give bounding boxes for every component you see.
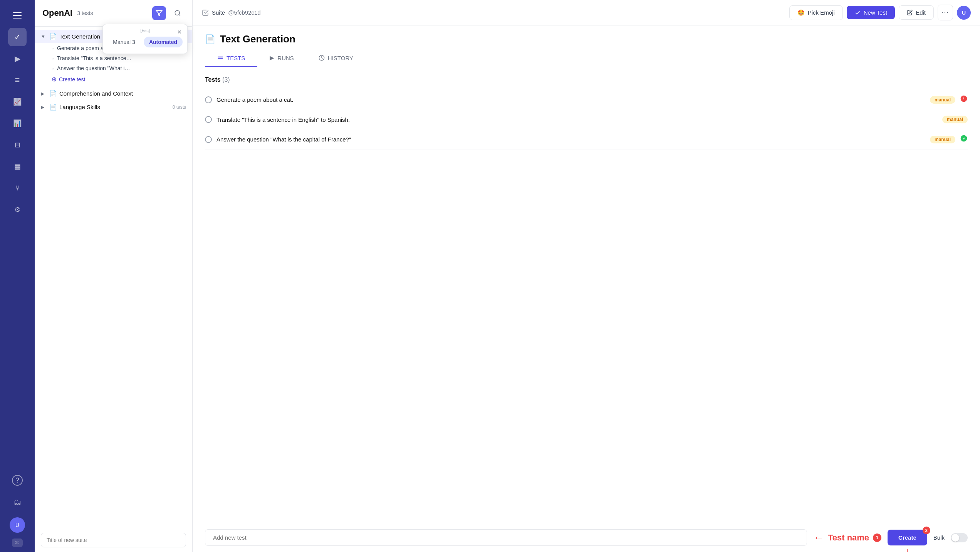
nav-check-item[interactable]: ✓ [8,28,27,46]
list-item[interactable]: ○ Answer the question "What i… [47,63,192,73]
main-content: Suite @5fcb92c1d 🤩 Pick Emoji New Test E… [193,0,980,552]
test-dot-icon: ○ [52,46,54,50]
pass-icon [960,135,968,142]
nav-terminal-item[interactable]: ⊟ [8,136,27,154]
topbar: Suite @5fcb92c1d 🤩 Pick Emoji New Test E… [193,0,980,25]
suite-item-language-skills: ▶ 📄 Language Skills 0 tests [35,100,192,114]
chevron-right-icon: ▶ [41,91,47,96]
test-name-annotation-label: Test name [828,533,869,543]
document-icon: 📄 [49,90,57,97]
create-test-link[interactable]: ⊕ Create test [47,73,192,85]
create-button-wrapper: Create 2 [888,530,927,545]
new-test-label: New Test [864,9,887,16]
emoji-icon: 🤩 [797,9,805,16]
filter-tab-manual[interactable]: Manual 3 [107,37,141,47]
svg-marker-0 [156,10,162,16]
tab-tests-label: TESTS [227,55,245,61]
suite-name-comprehension: Comprehension and Context [59,90,186,97]
test-name-label: Answer the question "What i… [57,65,130,71]
tests-section: Tests (3) Generate a poem about a cat. m… [193,67,980,523]
suite-header-comprehension[interactable]: ▶ 📄 Comprehension and Context [35,87,192,100]
filter-icon [156,10,163,17]
nav-play-item[interactable]: ▶ [8,49,27,68]
arrow-left-icon: ← [813,532,824,544]
svg-rect-2 [218,57,223,57]
nav-steps-item[interactable]: 📈 [8,93,27,111]
edit-button[interactable]: Edit [899,5,934,20]
search-icon [174,10,181,17]
document-icon: 📄 [49,33,57,40]
suite-text: Suite [212,9,225,16]
nav-chart-item[interactable]: ▦ [8,157,27,176]
sidebar: OpenAI 3 tests ✕ [Esc] Manual 3 Automate… [35,0,193,552]
nav-branch-item[interactable]: ⑂ [8,179,27,197]
shortcut-icon: ⌘ [12,539,23,547]
search-button[interactable] [171,6,185,20]
test-name-label: Translate "This is a sentence… [57,55,132,61]
more-actions-button[interactable]: ··· [938,5,953,20]
plus-circle-icon: ⊕ [52,76,57,83]
keyboard-shortcut-btn[interactable]: ⌘ [12,539,23,546]
table-row[interactable]: Translate "This is a sentence in English… [205,110,968,129]
nav-avatar[interactable]: U [10,517,25,533]
create-button-label: Create [898,534,916,541]
steps-icon: 📈 [13,98,22,106]
tab-history-label: HISTORY [328,55,353,61]
arrow-up-line [907,549,908,552]
nav-menu-button[interactable] [8,6,27,25]
filter-button[interactable] [152,6,166,20]
nav-list-item[interactable]: ≡ [8,71,27,89]
test-radio-1 [205,96,212,103]
filter-close-button[interactable]: ✕ [175,27,184,37]
tests-heading-label: Tests [205,76,221,83]
test-radio-2 [205,116,212,123]
suite-item-comprehension: ▶ 📄 Comprehension and Context [35,87,192,100]
suite-header-language-skills[interactable]: ▶ 📄 Language Skills 0 tests [35,100,192,114]
hamburger-icon [13,12,22,19]
content-area: 📄 Text Generation TESTS ▶ RUNS HISTORY [193,25,980,552]
bulk-toggle[interactable] [951,533,968,542]
topbar-actions: 🤩 Pick Emoji New Test Edit ··· U [789,5,971,20]
app-title: OpenAI [42,8,72,18]
pick-emoji-button[interactable]: 🤩 Pick Emoji [789,5,843,20]
nav-help-item[interactable]: ? [8,471,27,490]
add-test-input[interactable] [205,529,807,546]
user-avatar[interactable]: U [957,6,971,20]
folder-icon: 🗂 [13,498,21,507]
history-icon [319,55,325,61]
test-status-3 [960,135,968,144]
nav-folder-item[interactable]: 🗂 [8,493,27,511]
check-icon: ✓ [14,32,21,42]
table-row[interactable]: Answer the question "What is the capital… [205,129,968,150]
nav-rail: ✓ ▶ ≡ 📈 📊 ⊟ ▦ ⑂ ⚙ ? 🗂 U ⌘ [0,0,35,552]
content-doc-icon: 📄 [205,34,215,44]
table-row[interactable]: Generate a poem about a cat. manual [205,89,968,110]
chevron-down-icon: ▼ [41,34,47,39]
tab-tests[interactable]: TESTS [205,50,257,67]
nav-activity-item[interactable]: 📊 [8,114,27,133]
tab-runs[interactable]: ▶ RUNS [257,50,306,67]
list-item[interactable]: ○ Translate "This is a sentence… [47,53,192,63]
play-icon: ▶ [15,54,20,63]
bottom-bar: ← Test name 1 Create 2 Bulk [193,523,980,552]
test-name-3: Answer the question "What is the capital… [216,136,925,143]
test-dot-icon: ○ [52,56,54,61]
annotation-badge-1: 1 [873,533,881,542]
suite-name-language-skills: Language Skills [59,104,170,110]
content-header: 📄 Text Generation [193,25,980,45]
chart-icon: ▦ [14,162,21,171]
new-suite-input[interactable] [41,533,186,547]
settings-icon: ⚙ [14,205,20,214]
chevron-right-icon: ▶ [41,104,47,110]
sidebar-header: OpenAI 3 tests [35,0,192,27]
suite-badge-language-skills: 0 tests [173,104,186,110]
nav-settings-item[interactable]: ⚙ [8,200,27,219]
filter-tab-automated[interactable]: Automated [144,37,183,47]
arrow-up-annotation [904,549,910,552]
tab-history[interactable]: HISTORY [306,50,366,67]
new-test-button[interactable]: New Test [847,6,895,19]
create-badge: 2 [923,527,930,534]
test-radio-3 [205,136,212,143]
create-button[interactable]: Create [888,530,927,545]
test-badge-2: manual [942,116,968,123]
